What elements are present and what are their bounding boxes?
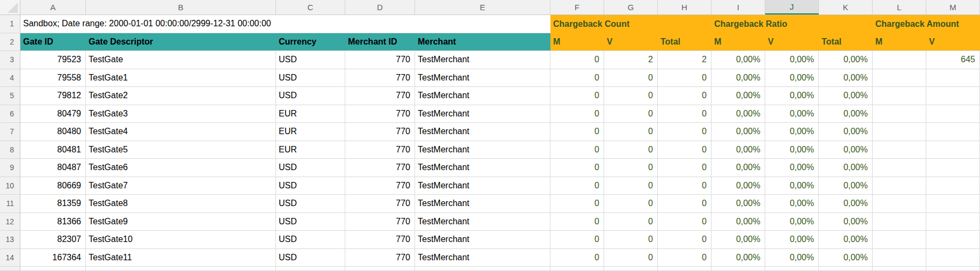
- cell-L7[interactable]: [873, 123, 926, 141]
- cell-E4[interactable]: TestMerchant: [415, 69, 550, 87]
- cell-H9[interactable]: 0: [658, 159, 712, 177]
- cell-J14[interactable]: 0,00%: [765, 249, 819, 267]
- cell-A13[interactable]: 82307: [20, 231, 86, 249]
- cell-F2-m[interactable]: M: [550, 33, 604, 52]
- cell-D12[interactable]: 770: [345, 213, 415, 231]
- cell-M4[interactable]: [926, 69, 980, 87]
- cell-E9[interactable]: TestMerchant: [415, 159, 550, 177]
- cell-G9[interactable]: 0: [604, 159, 658, 177]
- cell-M-partial[interactable]: [926, 267, 980, 271]
- cell-E14[interactable]: TestMerchant: [415, 249, 550, 267]
- cell-H4[interactable]: 0: [658, 69, 712, 87]
- cell-K14[interactable]: 0,00%: [819, 249, 873, 267]
- column-header-C[interactable]: C: [276, 0, 345, 14]
- cell-L1-chargeback-amount[interactable]: Chargeback Amount: [873, 15, 980, 33]
- cell-J10[interactable]: 0,00%: [765, 177, 819, 195]
- column-header-H[interactable]: H: [658, 0, 712, 14]
- cell-M2-v[interactable]: V: [926, 33, 980, 52]
- cell-B3[interactable]: TestGate: [86, 51, 276, 69]
- cell-C9[interactable]: USD: [276, 159, 345, 177]
- cell-G12[interactable]: 0: [604, 213, 658, 231]
- cell-I12[interactable]: 0,00%: [712, 213, 765, 231]
- cell-L2-m[interactable]: M: [873, 33, 926, 52]
- cell-G3[interactable]: 2: [604, 51, 658, 69]
- column-header-K[interactable]: K: [819, 0, 873, 14]
- cell-J3[interactable]: 0,00%: [765, 51, 819, 69]
- cell-I9[interactable]: 0,00%: [712, 159, 765, 177]
- cell-K6[interactable]: 0,00%: [819, 105, 873, 123]
- cell-C-partial[interactable]: [276, 267, 345, 271]
- cell-A8[interactable]: 80481: [20, 141, 86, 159]
- cell-A7[interactable]: 80480: [20, 123, 86, 141]
- cell-H5[interactable]: 0: [658, 87, 712, 105]
- cell-D2-merchant-id[interactable]: Merchant ID: [345, 33, 415, 52]
- cell-A3[interactable]: 79523: [20, 51, 86, 69]
- cell-D7[interactable]: 770: [345, 123, 415, 141]
- cell-A6[interactable]: 80479: [20, 105, 86, 123]
- cell-L-partial[interactable]: [873, 267, 926, 271]
- cell-J8[interactable]: 0,00%: [765, 141, 819, 159]
- cell-K5[interactable]: 0,00%: [819, 87, 873, 105]
- cell-J9[interactable]: 0,00%: [765, 159, 819, 177]
- cell-F13[interactable]: 0: [550, 231, 604, 249]
- row-header-10[interactable]: 10: [0, 177, 20, 195]
- row-header-8[interactable]: 8: [0, 141, 20, 159]
- cell-K9[interactable]: 0,00%: [819, 159, 873, 177]
- cell-G11[interactable]: 0: [604, 195, 658, 213]
- cell-D10[interactable]: 770: [345, 177, 415, 195]
- cell-M5[interactable]: [926, 87, 980, 105]
- cell-B8[interactable]: TestGate5: [86, 141, 276, 159]
- cell-F14[interactable]: 0: [550, 249, 604, 267]
- cell-C11[interactable]: USD: [276, 195, 345, 213]
- cell-C13[interactable]: USD: [276, 231, 345, 249]
- row-header-partial[interactable]: [0, 267, 20, 271]
- cell-H12[interactable]: 0: [658, 213, 712, 231]
- cell-H10[interactable]: 0: [658, 177, 712, 195]
- cell-C3[interactable]: USD: [276, 51, 345, 69]
- cell-I6[interactable]: 0,00%: [712, 105, 765, 123]
- cell-J4[interactable]: 0,00%: [765, 69, 819, 87]
- column-header-J[interactable]: J: [765, 0, 819, 14]
- cell-I7[interactable]: 0,00%: [712, 123, 765, 141]
- cell-E7[interactable]: TestMerchant: [415, 123, 550, 141]
- cell-D3[interactable]: 770: [345, 51, 415, 69]
- cell-F4[interactable]: 0: [550, 69, 604, 87]
- cell-E6[interactable]: TestMerchant: [415, 105, 550, 123]
- cell-I14[interactable]: 0,00%: [712, 249, 765, 267]
- cell-I-partial[interactable]: [712, 267, 765, 271]
- cell-B2-gate-descriptor[interactable]: Gate Descriptor: [86, 33, 276, 52]
- cell-L6[interactable]: [873, 105, 926, 123]
- cell-J13[interactable]: 0,00%: [765, 231, 819, 249]
- cell-A12[interactable]: 81366: [20, 213, 86, 231]
- cell-D-partial[interactable]: [345, 267, 415, 271]
- cell-C12[interactable]: USD: [276, 213, 345, 231]
- cell-M13[interactable]: [926, 231, 980, 249]
- column-header-E[interactable]: E: [415, 0, 550, 14]
- cell-K4[interactable]: 0,00%: [819, 69, 873, 87]
- cell-G10[interactable]: 0: [604, 177, 658, 195]
- cell-I3[interactable]: 0,00%: [712, 51, 765, 69]
- cell-K3[interactable]: 0,00%: [819, 51, 873, 69]
- cell-C10[interactable]: USD: [276, 177, 345, 195]
- cell-M10[interactable]: [926, 177, 980, 195]
- cell-E8[interactable]: TestMerchant: [415, 141, 550, 159]
- cell-M8[interactable]: [926, 141, 980, 159]
- cell-H13[interactable]: 0: [658, 231, 712, 249]
- row-header-4[interactable]: 4: [0, 69, 20, 87]
- cell-A11[interactable]: 81359: [20, 195, 86, 213]
- row-header-11[interactable]: 11: [0, 195, 20, 213]
- cell-F6[interactable]: 0: [550, 105, 604, 123]
- cell-I8[interactable]: 0,00%: [712, 141, 765, 159]
- cell-H11[interactable]: 0: [658, 195, 712, 213]
- cell-I1-chargeback-ratio[interactable]: Chargeback Ratio: [712, 15, 873, 33]
- cell-B14[interactable]: TestGate11: [86, 249, 276, 267]
- cell-K-partial[interactable]: [819, 267, 873, 271]
- cell-G14[interactable]: 0: [604, 249, 658, 267]
- row-header-12[interactable]: 12: [0, 213, 20, 231]
- row-header-9[interactable]: 9: [0, 159, 20, 177]
- cell-M14[interactable]: [926, 249, 980, 267]
- cell-H7[interactable]: 0: [658, 123, 712, 141]
- cell-L14[interactable]: [873, 249, 926, 267]
- cell-M3[interactable]: 645: [926, 51, 980, 69]
- cell-I4[interactable]: 0,00%: [712, 69, 765, 87]
